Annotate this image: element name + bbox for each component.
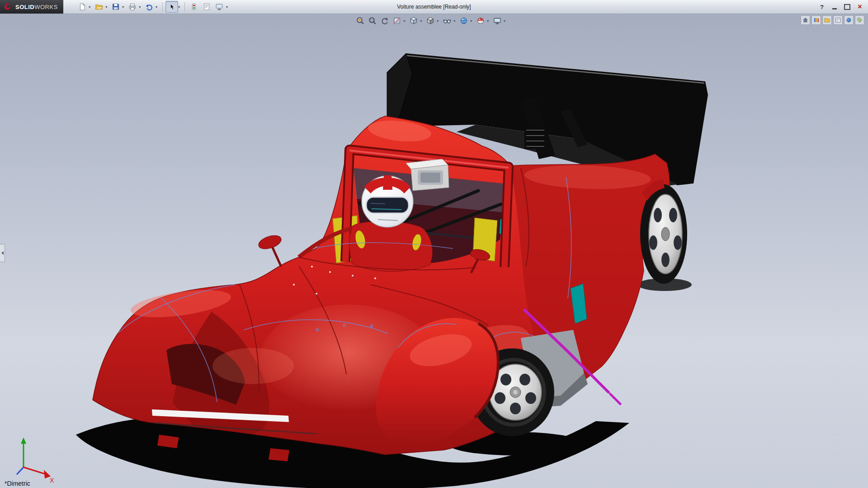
- options-button[interactable]: [213, 1, 226, 13]
- view-settings-icon: [493, 16, 502, 25]
- books-icon: [813, 17, 819, 23]
- drawing-sheet-icon: [835, 17, 841, 23]
- toolbar-separator: [162, 2, 163, 11]
- rearview-mirror-box: [406, 159, 449, 191]
- edit-appearance-caret[interactable]: ▼: [470, 19, 473, 23]
- zoom-to-area-icon: [368, 16, 377, 25]
- title-bar: SOLIDWORKS ▼ ▼ ▼: [0, 0, 868, 14]
- window-title: Voiture assemblee [Read-only]: [397, 4, 471, 10]
- solidworks-logo: SOLIDWORKS: [0, 0, 63, 14]
- driver-helmet: [362, 175, 413, 227]
- open-document-button[interactable]: [93, 1, 105, 13]
- maximize-button[interactable]: [842, 2, 853, 11]
- view-orientation-cube-icon: [409, 16, 418, 25]
- helmet-visor: [366, 197, 409, 213]
- undo-arrow-icon: [145, 3, 153, 11]
- new-document-button[interactable]: [76, 1, 89, 13]
- section-view-button[interactable]: [391, 15, 403, 27]
- hide-show-glasses-icon: [443, 16, 452, 25]
- maximize-icon: [844, 4, 850, 10]
- zoom-to-area-button[interactable]: [367, 15, 378, 27]
- home-icon: [802, 17, 808, 23]
- toolbar-separator: [184, 2, 185, 11]
- apply-scene-button[interactable]: [475, 15, 486, 27]
- options-dropdown-caret[interactable]: ▼: [225, 5, 228, 9]
- section-view-caret[interactable]: ▼: [403, 19, 406, 23]
- feature-panel-splitter[interactable]: [0, 244, 5, 262]
- options-monitor-icon: [215, 3, 223, 11]
- rebuild-icon: [190, 3, 198, 11]
- zoom-to-fit-button[interactable]: [354, 15, 366, 27]
- apply-scene-sphere-icon: [476, 16, 485, 25]
- view-settings-button[interactable]: [491, 15, 503, 27]
- file-properties-icon: [203, 3, 211, 11]
- race-car-model[interactable]: X: [0, 14, 868, 488]
- select-dropdown-caret[interactable]: ▼: [178, 5, 181, 9]
- main-toolbar: ▼ ▼ ▼ ▼ ▼: [76, 1, 230, 13]
- rebuild-button[interactable]: [188, 1, 200, 13]
- folder-icon: [824, 17, 830, 23]
- edit-appearance-button[interactable]: [458, 15, 470, 27]
- save-dropdown-caret[interactable]: ▼: [122, 5, 125, 9]
- minimize-icon: [832, 8, 837, 9]
- ds-logo-icon: [4, 3, 13, 11]
- rear-right-wheel[interactable]: [640, 179, 687, 284]
- save-floppy-icon: [112, 3, 120, 11]
- tab-solidworks-resources[interactable]: [801, 15, 810, 25]
- z-axis: [17, 467, 24, 474]
- minimize-button[interactable]: [829, 2, 840, 11]
- select-tool-button[interactable]: [165, 1, 178, 13]
- collapse-arrow-icon: [1, 251, 4, 255]
- display-style-cube-icon: [426, 16, 435, 25]
- properties-tag-icon: [857, 17, 863, 23]
- zoom-to-fit-icon: [356, 16, 365, 25]
- tab-view-palette[interactable]: [833, 15, 843, 25]
- undo-button[interactable]: [143, 1, 156, 13]
- open-folder-icon: [95, 3, 103, 11]
- edit-appearance-sphere-icon: [459, 16, 468, 25]
- previous-view-button[interactable]: [379, 15, 391, 27]
- undo-dropdown-caret[interactable]: ▼: [155, 5, 158, 9]
- display-style-caret[interactable]: ▼: [436, 19, 439, 23]
- tab-custom-properties[interactable]: [855, 15, 864, 25]
- brand-text: SOLIDWORKS: [15, 4, 58, 10]
- tab-appearances-scenes[interactable]: [844, 15, 854, 25]
- previous-view-icon: [380, 16, 389, 25]
- display-style-button[interactable]: [425, 15, 436, 27]
- appearance-ball-icon: [846, 17, 852, 23]
- y-axis-arrow: [21, 437, 26, 444]
- print-button[interactable]: [126, 1, 139, 13]
- orientation-triad[interactable]: X: [17, 437, 54, 484]
- headsup-view-toolbar: ▼ ▼ ▼ ▼: [354, 15, 508, 27]
- tab-file-explorer[interactable]: [822, 15, 832, 25]
- view-orientation-caret[interactable]: ▼: [420, 19, 423, 23]
- hide-show-caret[interactable]: ▼: [453, 19, 456, 23]
- open-dropdown-caret[interactable]: ▼: [105, 5, 108, 9]
- task-pane-tabs: [801, 15, 864, 25]
- print-dropdown-caret[interactable]: ▼: [138, 5, 142, 9]
- help-button[interactable]: ?: [816, 2, 827, 11]
- view-orientation-label: *Dimetric: [5, 480, 30, 487]
- view-settings-caret[interactable]: ▼: [503, 19, 506, 23]
- apply-scene-caret[interactable]: ▼: [486, 19, 490, 23]
- hide-show-items-button[interactable]: [441, 15, 453, 27]
- section-view-icon: [392, 16, 401, 25]
- select-cursor-icon: [168, 3, 176, 11]
- save-button[interactable]: [109, 1, 122, 13]
- window-controls: ? ×: [816, 0, 865, 14]
- tab-design-library[interactable]: [811, 15, 821, 25]
- graphics-viewport[interactable]: ▼ ▼ ▼ ▼: [0, 14, 868, 488]
- close-button[interactable]: ×: [854, 2, 865, 11]
- new-document-icon: [78, 3, 86, 11]
- print-icon: [128, 3, 137, 11]
- x-axis-label: X: [50, 477, 54, 484]
- view-orientation-button[interactable]: [408, 15, 420, 27]
- file-properties-button[interactable]: [200, 1, 213, 13]
- new-dropdown-caret[interactable]: ▼: [88, 5, 91, 9]
- wing-adjuster-bracket: [524, 126, 546, 149]
